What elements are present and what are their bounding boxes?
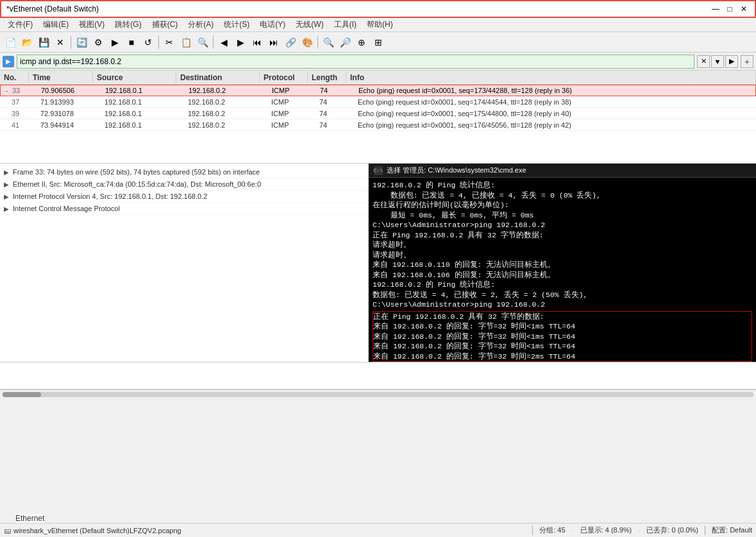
packet-row[interactable]: 3771.913993192.168.0.1192.168.0.2ICMP74E… [0,96,756,108]
toolbar-reload[interactable]: 🔄 [74,35,89,50]
maximize-button[interactable]: □ [724,3,735,15]
cmd-line: 来自 192.168.0.106 的回复: 无法访问目标主机。 [373,270,752,280]
cmd-line: 数据包: 已发送 = 4, 已接收 = 2, 丢失 = 2 (50% 丢失), [373,290,752,300]
cmd-highlight-box: 正在 Ping 192.168.0.2 具有 32 字节的数据:来自 192.1… [373,311,752,362]
close-button[interactable]: ✕ [738,3,750,15]
detail-item[interactable]: ▶Internet Control Message Protocol [3,203,365,215]
col-header-source: Source [93,72,176,83]
toolbar-zoom-out[interactable]: 🔎 [337,35,353,50]
filter-apply-button[interactable]: ▶ [725,55,738,68]
packet-length: 74 [315,98,354,107]
menu-bar: 文件(F)编辑(E)视图(V)跳转(G)捕获(C)分析(A)统计(S)电话(Y)… [0,18,756,32]
cmd-highlighted-line: 来自 192.168.0.2 的回复: 字节=32 时间<1ms TTL=64 [373,321,752,332]
toolbar-next[interactable]: ▶ [233,35,248,50]
toolbar-last[interactable]: ⏭ [266,35,281,50]
menu-item-f[interactable]: 文件(F) [3,18,38,31]
col-header-info: Info [346,72,756,83]
menu-item-i[interactable]: 工具(I) [329,18,362,31]
packet-header: No. Time Source Destination Protocol Len… [0,71,756,85]
detail-expand-arrow: ▶ [4,181,13,188]
title-text: *vEthernet (Default Switch) [6,4,99,13]
status-packets-displayed: 已显示: 4 (8.9%) [580,525,632,535]
title-bar: *vEthernet (Default Switch) — □ ✕ [0,0,756,18]
packet-row[interactable]: 3972.931078192.168.0.1192.168.0.2ICMP74E… [0,108,756,119]
toolbar-capture-opts[interactable]: ⚙ [90,35,106,50]
cmd-highlighted-line: 来自 192.168.0.2 的回复: 字节=32 时间<1ms TTL=64 [373,332,752,342]
scroll-track[interactable] [3,392,753,397]
toolbar-colorize[interactable]: 🎨 [299,35,315,50]
packet-details: ▶Frame 33: 74 bytes on wire (592 bits), … [0,164,369,362]
cmd-line: C:\Users\Administrator>ping 192.168.0.2 [373,300,752,310]
packet-row[interactable]: 4173.944914192.168.0.1192.168.0.2ICMP74E… [0,119,756,131]
cmd-title-text: 选择 管理员: C:\Windows\system32\cmd.exe [387,166,526,175]
toolbar-prev[interactable]: ◀ [216,35,231,50]
packet-bytes: Ethernet [0,362,756,389]
menu-item-s[interactable]: 统计(S) [219,18,255,31]
toolbar-sep-3 [213,36,214,49]
packet-length: 74 [315,109,354,118]
filter-icon: ▶ [3,56,14,67]
toolbar-open[interactable]: 📂 [19,35,35,50]
toolbar-zoom-in[interactable]: 🔍 [321,35,336,50]
toolbar-save[interactable]: 💾 [36,35,51,50]
toolbar-first[interactable]: ⏮ [249,35,265,50]
filter-add-button[interactable]: + [741,55,753,68]
toolbar-start[interactable]: ▶ [107,35,122,50]
status-filename: wireshark_vEthernet (Default Switch)LFZQ… [13,527,181,534]
packet-info: Echo (ping) request id=0x0001, seq=175/4… [354,109,756,118]
packet-info: Echo (ping) request id=0x0001, seq=174/4… [354,98,756,107]
toolbar-zoom-normal[interactable]: ⊕ [354,35,369,50]
menu-item-h[interactable]: 帮助(H) [362,18,398,31]
toolbar-close[interactable]: ✕ [53,35,68,50]
menu-item-v[interactable]: 视图(V) [74,18,110,31]
toolbar-find[interactable]: 🔍 [195,35,210,50]
menu-item-w[interactable]: 无线(W) [290,18,328,31]
menu-item-g[interactable]: 跳转(G) [110,18,146,31]
filter-input[interactable] [17,55,694,69]
detail-item[interactable]: ▶Internet Protocol Version 4, Src: 192.1… [3,191,365,203]
col-header-time: Time [29,72,93,83]
packet-time: 70.906506 [37,86,101,95]
cmd-line: 数据包: 已发送 = 4, 已接收 = 4, 丢失 = 0 (0% 丢失), [373,191,752,201]
packet-time: 73.944914 [37,121,101,130]
packet-length: 74 [316,86,355,95]
cmd-line: 请求超时。 [373,240,752,250]
cmd-line: 最短 = 0ms, 最长 = 0ms, 平均 = 0ms [373,210,752,221]
toolbar-sep-1 [71,36,71,49]
packet-row[interactable]: →3370.906506192.168.0.1192.168.0.2ICMP74… [0,85,756,96]
packet-time: 72.931078 [37,109,101,118]
minimize-button[interactable]: — [710,3,721,15]
menu-item-e[interactable]: 编辑(E) [38,18,74,31]
packet-destination: 192.168.0.2 [184,98,267,107]
filter-dropdown-button[interactable]: ▼ [711,55,724,68]
menu-item-a[interactable]: 分析(A) [183,18,219,31]
cmd-line: C:\Users\Administrator>ping 192.168.0.2 [373,220,752,230]
menu-item-y[interactable]: 电话(Y) [255,18,290,31]
menu-item-c[interactable]: 捕获(C) [147,18,183,31]
toolbar-stop[interactable]: ■ [124,35,139,50]
toolbar-resize-cols[interactable]: ⊞ [371,35,386,50]
packet-info: Echo (ping) request id=0x0001, seq=173/4… [355,86,755,95]
toolbar-restart[interactable]: ↺ [140,35,156,50]
detail-item[interactable]: ▶Ethernet II, Src: Microsoft_ca:74:da (0… [3,178,365,191]
toolbar-ref[interactable]: 🔗 [283,35,298,50]
toolbar-sep-2 [158,36,159,49]
toolbar-cut[interactable]: ✂ [162,35,177,50]
toolbar-new[interactable]: 📄 [3,35,18,50]
packet-scroll[interactable] [0,389,756,398]
detail-text: Internet Protocol Version 4, Src: 192.16… [13,192,364,200]
col-header-destination: Destination [176,72,260,83]
scroll-thumb[interactable] [3,392,41,397]
packet-protocol: ICMP [267,98,315,107]
packet-list: No. Time Source Destination Protocol Len… [0,71,756,164]
packet-protocol: ICMP [268,86,316,95]
detail-item[interactable]: ▶Frame 33: 74 bytes on wire (592 bits), … [3,166,365,178]
cmd-highlighted-line: 来自 192.168.0.2 的回复: 字节=32 时间=2ms TTL=64 [373,352,752,362]
filter-bar: ▶ ✕ ▼ ▶ + [0,53,756,71]
packet-destination: 192.168.0.2 [184,109,267,118]
filter-clear-button[interactable]: ✕ [697,55,710,68]
packet-destination: 192.168.0.2 [185,86,268,95]
status-file: 🖴 wireshark_vEthernet (Default Switch)LF… [4,527,527,534]
toolbar-copy[interactable]: 📋 [178,35,194,50]
packet-info: Echo (ping) request id=0x0001, seq=176/4… [354,121,756,130]
